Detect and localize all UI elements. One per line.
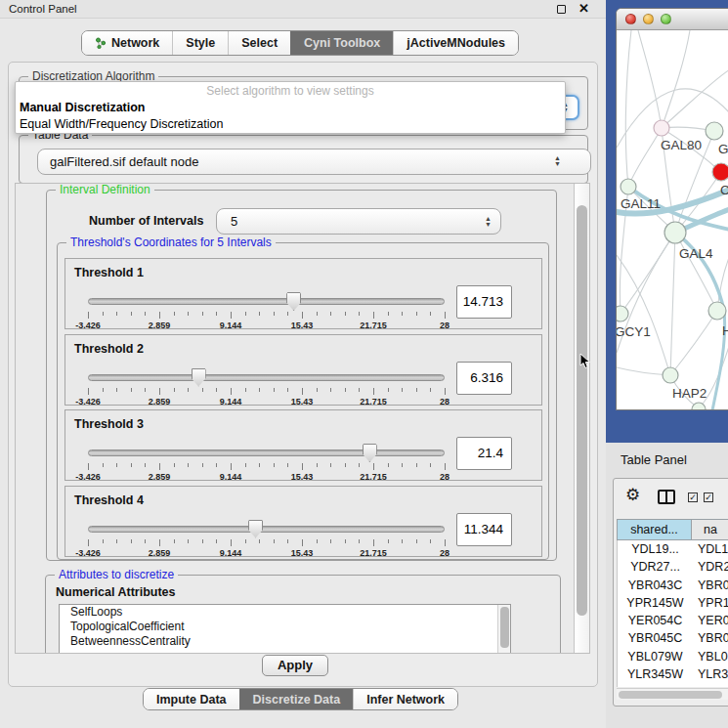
scrollbar-thumb[interactable] [577,205,587,616]
dropdown-option[interactable]: Manual Discretization [16,100,565,116]
network-window-titlebar[interactable] [617,9,728,30]
network-edge-highlighted[interactable] [675,233,724,311]
table-row[interactable]: YER054CYER0 [618,612,728,629]
attribute-list-item[interactable]: TopologicalCoefficient [60,620,510,634]
column-header[interactable]: na [692,519,728,540]
scrollbar-thumb[interactable] [619,691,722,699]
table-cell: YDL19... [618,540,693,558]
slider-track[interactable] [88,526,445,533]
tab-network[interactable]: Network [82,31,172,55]
network-node[interactable] [692,403,706,410]
tab-infer-network[interactable]: Infer Network [353,689,457,709]
attribute-list-item[interactable]: BetweennessCentrality [60,634,510,649]
minimize-traffic-light-icon[interactable] [643,14,654,24]
dropdown-placeholder-option[interactable]: Select algorithm to view settings [16,82,565,100]
threshold-slider[interactable]: -3.4262.8599.14415.4321.71528 [81,442,452,479]
network-edge[interactable] [638,30,662,128]
tab-label: Infer Network [366,693,445,707]
tab-label: Select [241,36,278,50]
threshold-value-field[interactable]: 21.4 [456,437,512,470]
numerical-attributes-list[interactable]: SelfLoopsTopologicalCoefficientBetweenne… [59,604,511,654]
slider-track[interactable] [88,298,445,305]
network-view-window[interactable]: GAL80GCGAL11GAL4GCY1HHAP2 [616,8,728,410]
table-row[interactable]: YDR27...YDR2 [618,558,728,576]
network-node[interactable] [708,302,726,320]
threshold-slider[interactable]: -3.4262.8599.14415.4321.71528 [81,366,452,404]
tab-select[interactable]: Select [228,31,290,55]
network-edge[interactable] [670,311,717,375]
network-edge[interactable] [662,30,690,128]
network-node[interactable] [654,120,669,136]
checkbox-icon[interactable] [688,492,698,502]
number-of-intervals-spinner[interactable]: 5 [216,208,501,235]
application-root: Control Panel ✕ NetworkStyleSelectCyni T… [0,0,728,728]
network-edge[interactable] [628,128,662,187]
node-label: GAL4 [679,246,713,261]
tab-style[interactable]: Style [172,31,228,55]
slider-thumb[interactable] [248,520,263,538]
threshold-value-field[interactable]: 14.713 [456,285,512,319]
close-icon[interactable]: ✕ [578,1,589,16]
vertical-scrollbar[interactable] [574,184,589,653]
table-cell: YLR345W [618,665,693,683]
table-cell: YPR145W [618,594,693,612]
control-panel-tabbar: NetworkStyleSelectCyni ToolboxjActiveMNo… [81,30,519,56]
table-data-combobox[interactable]: galFiltered.sif default node [37,149,591,175]
node-label: C [720,183,728,197]
close-traffic-light-icon[interactable] [625,14,636,24]
network-node[interactable] [664,222,686,243]
zoom-traffic-light-icon[interactable] [661,14,671,24]
network-node[interactable] [706,122,723,140]
tab-label: Network [111,36,159,50]
tab-impute-data[interactable]: Impute Data [144,689,239,709]
network-edge[interactable] [625,30,631,187]
horizontal-scrollbar[interactable] [617,688,728,700]
column-header[interactable]: shared... [617,519,692,540]
table-row[interactable]: YLR345WYLR3 [618,665,728,683]
tab-label: jActiveMNodules [407,36,505,50]
table-rows: YDL19...YDL1YDR27...YDR2YBR043CYBR0YPR14… [617,540,728,687]
tab-cyni-toolbox[interactable]: Cyni Toolbox [290,31,393,55]
network-node[interactable] [663,367,678,383]
table-row[interactable]: YIL053CYIL0 [618,683,728,687]
scrollbar-thumb[interactable] [500,607,509,648]
slider-track[interactable] [88,450,445,456]
threshold-value-field[interactable]: 6.316 [456,362,512,395]
slider-thumb[interactable] [192,368,206,387]
table-cell: YBL0 [693,648,728,665]
list-scrollbar[interactable] [497,605,510,654]
slider-ticks [88,539,445,547]
table-row[interactable]: YBR045CYBR0 [618,629,728,647]
node-label: G [718,142,728,156]
table-cell: YDR2 [693,558,728,576]
apply-button[interactable]: Apply [262,655,328,676]
slider-tick-labels: -3.4262.8599.14415.4321.71528 [88,472,445,482]
checkbox-icon[interactable] [704,492,713,502]
table-row[interactable]: YBL079WYBL0 [618,648,728,665]
table-row[interactable]: YDL19...YDL1 [618,540,728,558]
node-label: H [722,323,728,338]
network-node[interactable] [617,306,628,321]
split-columns-icon[interactable] [658,490,675,504]
table-cell: YBR045C [618,629,693,647]
slider-thumb[interactable] [363,444,377,462]
threshold-value-field[interactable]: 11.344 [456,513,512,546]
threshold-slider[interactable]: -3.4262.8599.14415.4321.71528 [81,518,452,555]
network-edge[interactable] [670,233,675,375]
slider-thumb[interactable] [286,292,301,311]
tab-discretize-data[interactable]: Discretize Data [239,689,354,709]
threshold-slider[interactable]: -3.4262.8599.14415.4321.71528 [81,290,452,327]
dropdown-option[interactable]: Equal Width/Frequency Discretization [16,116,565,133]
table-header-row: shared...na [617,519,728,540]
slider-track[interactable] [88,374,445,381]
table-row[interactable]: YPR145WYPR1 [618,594,728,612]
attribute-list-item[interactable]: SelfLoops [60,605,510,620]
table-row[interactable]: YBR043CYBR0 [618,577,728,594]
table-cell: YPR1 [693,594,728,612]
gear-icon[interactable]: ⚙ [625,485,640,505]
network-node[interactable] [712,163,728,181]
tab-jactivemnodules[interactable]: jActiveMNodules [393,31,518,55]
network-canvas[interactable]: GAL80GCGAL11GAL4GCY1HHAP2 [617,30,728,410]
float-window-icon[interactable] [557,5,566,14]
network-node[interactable] [621,179,636,194]
